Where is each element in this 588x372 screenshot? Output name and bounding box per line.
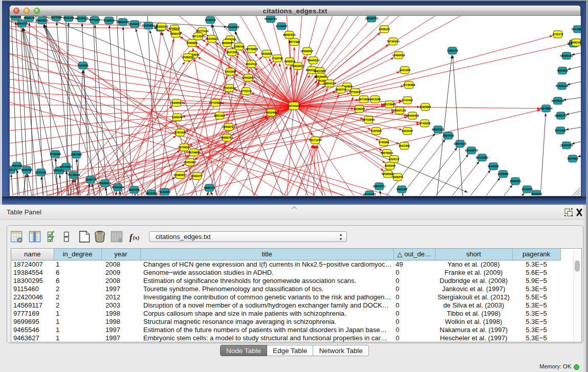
svg-text:34714345: 34714345 xyxy=(192,35,204,38)
svg-text:51462704: 51462704 xyxy=(265,17,277,20)
svg-text:1491905: 1491905 xyxy=(225,70,235,73)
svg-text:7991183: 7991183 xyxy=(396,188,407,191)
svg-text:6998543: 6998543 xyxy=(204,186,214,189)
svg-text:61595148: 61595148 xyxy=(556,84,568,87)
svg-text:76320163: 76320163 xyxy=(156,25,168,28)
svg-text:4192832: 4192832 xyxy=(103,19,114,22)
svg-text:9912419: 9912419 xyxy=(246,62,256,65)
svg-text:(x): (x) xyxy=(133,234,140,241)
svg-text:94406409: 94406409 xyxy=(406,114,419,117)
svg-text:7889579: 7889579 xyxy=(170,32,181,35)
svg-text:4005045: 4005045 xyxy=(384,164,395,167)
svg-text:99091334: 99091334 xyxy=(283,33,296,36)
svg-text:64139537: 64139537 xyxy=(128,23,141,26)
svg-text:8708317: 8708317 xyxy=(169,27,180,30)
svg-text:4316117: 4316117 xyxy=(388,158,399,161)
svg-text:1399049: 1399049 xyxy=(171,116,182,119)
svg-text:7917693: 7917693 xyxy=(567,157,578,160)
svg-text:5466889: 5466889 xyxy=(186,41,197,45)
svg-text:4060883: 4060883 xyxy=(557,69,568,72)
svg-text:4745171: 4745171 xyxy=(552,33,563,36)
svg-text:80112805: 80112805 xyxy=(476,156,488,159)
svg-text:25135427: 25135427 xyxy=(363,193,376,195)
svg-text:62702895: 62702895 xyxy=(362,118,375,121)
svg-text:97848018: 97848018 xyxy=(227,26,239,29)
svg-text:1627204: 1627204 xyxy=(226,51,237,54)
svg-text:7187026: 7187026 xyxy=(371,129,381,133)
svg-text:00524278: 00524278 xyxy=(465,149,477,152)
svg-text:4738299: 4738299 xyxy=(50,152,60,156)
svg-text:13493618: 13493618 xyxy=(393,54,405,57)
svg-text:27354549: 27354549 xyxy=(223,86,235,90)
svg-text:0812191: 0812191 xyxy=(146,192,157,195)
svg-text:1226916: 1226916 xyxy=(205,18,215,21)
svg-text:5009788: 5009788 xyxy=(128,188,139,191)
svg-text:8721489: 8721489 xyxy=(555,129,565,132)
svg-text:71756551: 71756551 xyxy=(178,146,190,149)
svg-text:82175946: 82175946 xyxy=(383,103,396,106)
svg-text:3482477: 3482477 xyxy=(191,174,202,178)
svg-text:57262849: 57262849 xyxy=(242,76,254,79)
svg-text:8677496: 8677496 xyxy=(289,40,299,43)
svg-text:4966319: 4966319 xyxy=(284,60,295,63)
svg-text:2787429: 2787429 xyxy=(175,131,185,134)
svg-text:1326773: 1326773 xyxy=(85,178,96,181)
svg-text:5430391: 5430391 xyxy=(77,64,88,67)
svg-text:73178108: 73178108 xyxy=(68,173,80,177)
svg-text:2260256: 2260256 xyxy=(510,180,520,183)
svg-text:0842710: 0842710 xyxy=(335,88,346,91)
svg-text:9743953: 9743953 xyxy=(419,122,430,125)
svg-text:74367136: 74367136 xyxy=(394,109,406,112)
svg-text:9413186: 9413186 xyxy=(369,98,380,101)
svg-text:7770143: 7770143 xyxy=(241,90,251,93)
svg-text:86578091: 86578091 xyxy=(381,151,393,155)
svg-text:02654235: 02654235 xyxy=(36,19,48,22)
svg-text:1969379: 1969379 xyxy=(392,176,403,179)
svg-text:3285884: 3285884 xyxy=(420,105,431,108)
svg-text:7182278: 7182278 xyxy=(447,49,458,52)
svg-text:37996507: 37996507 xyxy=(301,50,313,53)
svg-text:3685160: 3685160 xyxy=(571,41,581,44)
svg-text:04499727: 04499727 xyxy=(223,125,235,128)
svg-text:65787133: 65787133 xyxy=(10,168,17,171)
svg-text:29946804: 29946804 xyxy=(540,107,553,110)
svg-text:13433200: 13433200 xyxy=(560,144,573,147)
svg-text:8148932: 8148932 xyxy=(276,25,287,28)
svg-text:34624751: 34624751 xyxy=(373,185,385,188)
svg-text:81223623: 81223623 xyxy=(206,37,218,40)
svg-text:55886753: 55886753 xyxy=(221,136,233,139)
svg-text:87234309: 87234309 xyxy=(112,186,124,189)
svg-text:93103413: 93103413 xyxy=(76,17,88,20)
svg-text:15451680: 15451680 xyxy=(184,161,196,164)
svg-text:0932480: 0932480 xyxy=(266,111,276,114)
svg-text:6193990: 6193990 xyxy=(159,190,170,193)
svg-text:7816184: 7816184 xyxy=(63,16,74,19)
svg-text:51850671: 51850671 xyxy=(292,64,304,68)
svg-text:65648236: 65648236 xyxy=(552,99,564,102)
svg-text:6204505: 6204505 xyxy=(488,165,498,168)
svg-text:9600133: 9600133 xyxy=(16,22,27,25)
svg-text:8386379: 8386379 xyxy=(24,16,34,19)
svg-text:67737826: 67737826 xyxy=(209,101,222,104)
svg-text:5098393: 5098393 xyxy=(21,168,32,171)
svg-text:13171274: 13171274 xyxy=(309,139,322,142)
svg-text:87277434: 87277434 xyxy=(196,30,209,33)
svg-text:9421047: 9421047 xyxy=(402,129,412,133)
svg-text:64835030: 64835030 xyxy=(117,20,129,24)
svg-text:79740344: 79740344 xyxy=(387,40,400,43)
svg-text:36995777: 36995777 xyxy=(555,114,567,117)
svg-text:1031051: 1031051 xyxy=(35,171,46,174)
svg-text:1671902: 1671902 xyxy=(358,98,369,101)
svg-text:67010651: 67010651 xyxy=(60,165,72,168)
svg-text:9821465: 9821465 xyxy=(214,114,225,117)
svg-text:28809570: 28809570 xyxy=(365,17,378,20)
svg-text:71746488: 71746488 xyxy=(403,83,415,86)
svg-text:5674680: 5674680 xyxy=(188,151,199,154)
svg-text:76945314: 76945314 xyxy=(307,59,320,62)
svg-text:77752047: 77752047 xyxy=(349,91,361,94)
svg-text:6690967: 6690967 xyxy=(222,41,232,45)
svg-text:3747407: 3747407 xyxy=(402,99,412,102)
svg-text:7193745: 7193745 xyxy=(272,57,282,60)
svg-text:3158692: 3158692 xyxy=(497,172,508,176)
svg-text:1745961: 1745961 xyxy=(378,141,389,144)
